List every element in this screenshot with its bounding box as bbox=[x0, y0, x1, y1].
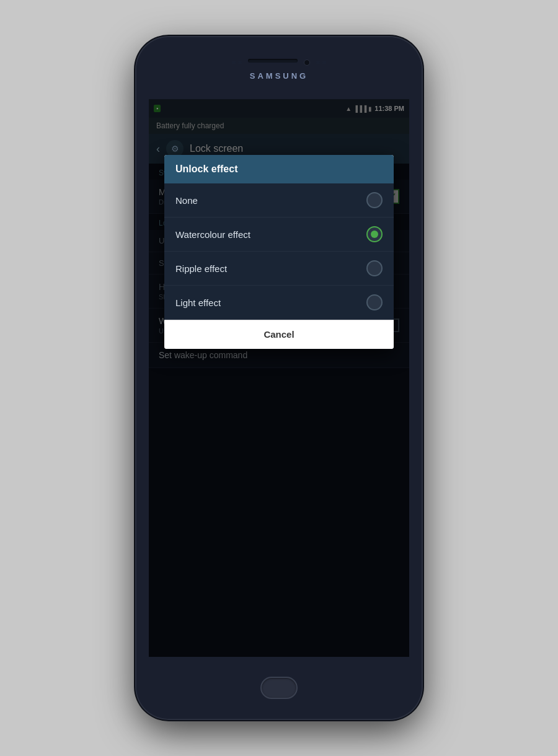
radio-ripple[interactable] bbox=[366, 260, 383, 276]
option-watercolour[interactable]: Watercolour effect bbox=[164, 218, 394, 252]
sensors-right bbox=[316, 61, 326, 64]
phone-screen: ▪ ▲ ▐▐▐ ▮ 11:38 PM Battery fully charged… bbox=[149, 99, 409, 657]
option-none[interactable]: None bbox=[164, 183, 394, 218]
radio-none[interactable] bbox=[366, 192, 383, 208]
brand-logo: SAMSUNG bbox=[250, 71, 308, 81]
home-button[interactable] bbox=[260, 677, 298, 699]
bottom-bezel bbox=[136, 657, 422, 719]
sensors bbox=[232, 61, 242, 64]
cancel-button[interactable]: Cancel bbox=[164, 320, 394, 349]
option-ripple-label: Ripple effect bbox=[175, 263, 227, 274]
sensor-dot bbox=[316, 61, 320, 64]
radio-light[interactable] bbox=[366, 294, 383, 310]
option-watercolour-label: Watercolour effect bbox=[175, 229, 250, 240]
radio-watercolour[interactable] bbox=[366, 226, 383, 242]
sensor-dot bbox=[322, 61, 326, 64]
unlock-effect-dialog: Unlock effect None Watercolour effect bbox=[164, 155, 394, 349]
option-light-label: Light effect bbox=[175, 297, 221, 308]
front-camera bbox=[304, 59, 310, 66]
option-ripple[interactable]: Ripple effect bbox=[164, 252, 394, 286]
phone-shell: SAMSUNG ▪ ▲ ▐▐▐ ▮ 11:38 PM Battery fully… bbox=[136, 37, 422, 719]
dialog-overlay: Unlock effect None Watercolour effect bbox=[149, 99, 409, 657]
cancel-label: Cancel bbox=[264, 329, 294, 340]
top-bezel: SAMSUNG bbox=[136, 37, 422, 99]
sensor-dot bbox=[238, 61, 242, 64]
radio-inner-watercolour bbox=[371, 231, 378, 238]
camera-area bbox=[232, 59, 326, 66]
option-none-label: None bbox=[175, 195, 198, 206]
dialog-title: Unlock effect bbox=[164, 155, 394, 183]
speaker-grill bbox=[248, 59, 298, 63]
settings-content: Swipe options Multiple widgets Display m… bbox=[149, 164, 409, 275]
sensor-dot bbox=[232, 61, 236, 64]
option-light[interactable]: Light effect bbox=[164, 286, 394, 320]
